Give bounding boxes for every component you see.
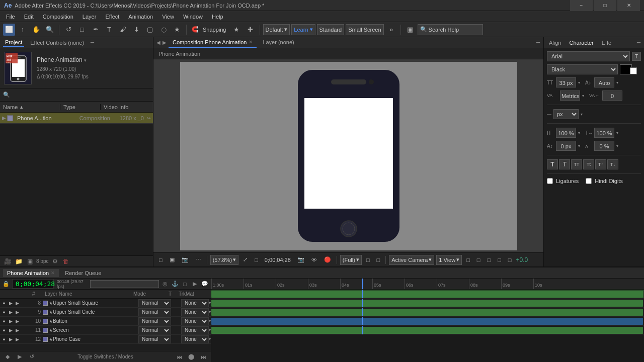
- layer-row[interactable]: ● ▶ ▶ 11 ★ Screen Normal None ▾: [0, 326, 211, 335]
- search-help-dropdown[interactable]: 🔍 Search Help: [418, 24, 483, 35]
- layer-solo-btn-11[interactable]: ●: [1, 327, 7, 334]
- layer-vis-btn-8[interactable]: ▶: [8, 300, 14, 307]
- vp-export-btn[interactable]: □: [474, 255, 483, 265]
- sub-btn[interactable]: T↓: [607, 159, 618, 169]
- tl-solo-btn[interactable]: □: [181, 280, 189, 289]
- tool-arrow[interactable]: ↑: [17, 24, 29, 36]
- delete-btn[interactable]: 🗑: [61, 257, 70, 266]
- vp-settings-btn[interactable]: □: [485, 255, 494, 265]
- menu-view[interactable]: View: [158, 13, 178, 21]
- tab-composition-phone[interactable]: Composition Phone Animation ✕: [169, 38, 257, 48]
- tab-project[interactable]: Project: [3, 38, 24, 47]
- vp-fit-btn[interactable]: ⤢: [240, 255, 250, 265]
- tool-roto[interactable]: ◌: [157, 24, 170, 36]
- layer-tikmat-sel-12[interactable]: None: [181, 335, 209, 343]
- baseline-field[interactable]: 0 px: [556, 141, 576, 151]
- tool-text[interactable]: T: [103, 24, 115, 36]
- unit-select[interactable]: px: [553, 109, 579, 119]
- layer-solo-btn-8[interactable]: ●: [1, 300, 7, 307]
- tl-comment-btn[interactable]: 💬: [201, 280, 209, 289]
- layer-vis-btn-9[interactable]: ▶: [8, 309, 14, 316]
- tab-character[interactable]: Character: [567, 39, 595, 47]
- horiz-scale-field[interactable]: 100 %: [594, 128, 614, 138]
- tsume-field[interactable]: 0 %: [594, 141, 614, 151]
- layer-lock-btn-12[interactable]: ▶: [14, 336, 20, 343]
- layer-row[interactable]: ● ▶ ▶ 8 ★ Upper Small Square Normal None: [0, 299, 211, 308]
- workspace-default-dropdown[interactable]: Default ▾: [263, 24, 290, 35]
- layer-mode-sel-10[interactable]: Normal: [138, 317, 171, 325]
- tl-transport-start-btn[interactable]: ⏮: [175, 352, 184, 361]
- bold-btn[interactable]: T: [547, 159, 558, 169]
- vp-3d-btn[interactable]: □: [374, 255, 383, 265]
- menu-help[interactable]: Help: [208, 13, 227, 21]
- tl-time-display[interactable]: 0;00;04;28: [12, 279, 54, 289]
- layer-vis-btn-12[interactable]: ▶: [8, 336, 14, 343]
- tab-layer-none[interactable]: Layer (none): [259, 38, 298, 48]
- tool-rotate[interactable]: ↺: [62, 24, 74, 36]
- smallcaps-btn[interactable]: Tt: [583, 159, 594, 169]
- tl-loop-btn[interactable]: ↺: [27, 352, 36, 361]
- timeline-tab-close-icon[interactable]: ✕: [51, 270, 55, 276]
- tl-lock-btn[interactable]: 🔒: [2, 280, 10, 289]
- right-panel-menu-icon[interactable]: ☰: [636, 40, 641, 45]
- close-button[interactable]: ✕: [617, 0, 640, 11]
- new-folder-btn[interactable]: 📁: [14, 257, 23, 266]
- vp-region-btn[interactable]: □: [252, 255, 261, 265]
- menu-layer[interactable]: Layer: [78, 13, 101, 21]
- tab-phone-animation[interactable]: Phone Animation ✕: [3, 269, 59, 277]
- workspace-smallscreen-dropdown[interactable]: Small Screen: [346, 24, 383, 35]
- ruler-playhead[interactable]: [362, 279, 363, 289]
- tool-brush[interactable]: 🖌: [117, 24, 129, 36]
- italic-btn[interactable]: T: [559, 159, 570, 169]
- layer-mode-sel-9[interactable]: Normal: [138, 308, 171, 316]
- tl-transport-end-btn[interactable]: ⏭: [199, 352, 208, 361]
- tl-add-marker-btn[interactable]: ◆: [3, 352, 12, 361]
- vp-camera-dropdown[interactable]: Active Camera ▾: [389, 255, 434, 265]
- minimize-button[interactable]: −: [570, 0, 593, 11]
- layer-mode-sel-12[interactable]: Normal: [138, 335, 171, 343]
- tl-search-input[interactable]: [90, 280, 159, 288]
- layer-tikmat-sel-10[interactable]: None: [181, 317, 209, 325]
- vert-scale-field[interactable]: 100 %: [556, 128, 576, 138]
- layer-vis-btn-10[interactable]: ▶: [8, 318, 14, 325]
- snap-toggle-btn[interactable]: ✚: [245, 24, 257, 36]
- tl-transport-stop-btn[interactable]: ⬤: [187, 352, 196, 361]
- layer-mode-sel-11[interactable]: Normal: [138, 326, 171, 334]
- layer-row[interactable]: ● ▶ ▶ 10 ★ Button Normal None ▾: [0, 317, 211, 326]
- leading-field[interactable]: Auto: [594, 77, 614, 87]
- tl-play-btn[interactable]: ▶: [15, 352, 24, 361]
- menu-file[interactable]: File: [2, 13, 19, 21]
- layer-row[interactable]: ● ▶ ▶ 12 ★ Phone Case Normal None ▾: [0, 335, 211, 344]
- font-preview-icon[interactable]: T: [632, 52, 641, 61]
- vp-quality-dropdown[interactable]: (Full) ▾: [340, 255, 362, 265]
- settings-btn[interactable]: ⚙: [50, 257, 59, 266]
- workspace-standard-dropdown[interactable]: Standard: [317, 24, 345, 35]
- workspace-learn-dropdown[interactable]: Learn ▾: [291, 24, 315, 35]
- menu-edit[interactable]: Edit: [20, 13, 38, 21]
- layer-solo-btn-9[interactable]: ●: [1, 309, 7, 316]
- vp-render-btn[interactable]: □: [464, 255, 472, 265]
- new-comp-btn[interactable]: ▣: [25, 257, 34, 266]
- super-btn[interactable]: T↑: [595, 159, 606, 169]
- tool-pen[interactable]: ✒: [90, 24, 102, 36]
- layer-lock-btn-9[interactable]: ▶: [14, 309, 20, 316]
- menu-animation[interactable]: Animation: [124, 13, 157, 21]
- menu-composition[interactable]: Composition: [39, 13, 77, 21]
- tl-marker-btn[interactable]: ▶: [191, 280, 199, 289]
- tab-effe[interactable]: Effe: [600, 39, 613, 47]
- viewer-btn[interactable]: ▣: [404, 24, 416, 36]
- tool-zoom[interactable]: 🔍: [44, 24, 56, 36]
- comp-tab-close-icon[interactable]: ✕: [249, 39, 253, 45]
- menu-effect[interactable]: Effect: [101, 13, 123, 21]
- layer-vis-btn-11[interactable]: ▶: [8, 327, 14, 334]
- vp-comp-btn[interactable]: ▣: [167, 255, 177, 265]
- list-item[interactable]: ▶ Phone A...tion Composition 1280 x _0 ↪: [0, 113, 153, 124]
- tab-align[interactable]: Align: [547, 39, 563, 47]
- font-family-select[interactable]: Arial: [547, 51, 630, 61]
- layer-lock-btn-8[interactable]: ▶: [14, 300, 20, 307]
- allcaps-btn[interactable]: TT: [571, 159, 582, 169]
- layer-mode-sel-8[interactable]: Normal: [138, 299, 171, 307]
- menu-window[interactable]: Window: [179, 13, 207, 21]
- comp-panel-menu-icon[interactable]: ☰: [536, 40, 540, 45]
- layer-row[interactable]: ● ▶ ▶ 9 ★ Upper Small Circle Normal None: [0, 308, 211, 317]
